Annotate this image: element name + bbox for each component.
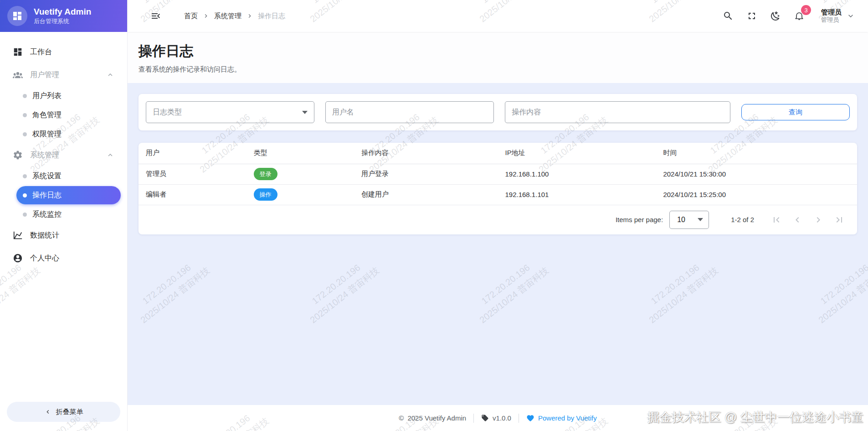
sidebar-item-system-monitor[interactable]: 系统监控: [16, 205, 121, 223]
fullscreen-button[interactable]: [742, 6, 762, 26]
sidebar-group-user-management[interactable]: 用户管理: [6, 64, 121, 86]
log-table: 用户 类型 操作内容 IP地址 时间 管理员 登录 用户登录 192.168.1…: [139, 143, 857, 205]
sidebar-item-label: 系统设置: [32, 171, 62, 181]
sidebar-item-label: 操作日志: [32, 191, 62, 200]
filter-card: 日志类型 查询: [139, 94, 857, 130]
sidebar-item-user-list[interactable]: 用户列表: [16, 87, 121, 105]
fullscreen-icon: [746, 10, 757, 21]
table-row[interactable]: 编辑者 操作 创建用户 192.168.1.101 2024/10/21 15:…: [139, 184, 857, 205]
page-footer: © 2025 Vuetify Admin v1.0.0 Powered by V…: [128, 405, 868, 431]
first-page-button[interactable]: [766, 209, 787, 230]
query-button[interactable]: 查询: [741, 104, 850, 120]
chevron-right-icon: [246, 12, 253, 20]
tag-icon: [481, 414, 489, 422]
bullet-icon: [23, 132, 27, 136]
page-first-icon: [771, 214, 782, 225]
breadcrumb-operation-logs: 操作日志: [256, 12, 287, 21]
sidebar-item-permission-management[interactable]: 权限管理: [16, 125, 121, 143]
table-pagination: Items per page: 10 1-2 of 2: [139, 205, 857, 234]
items-per-page-value: 10: [677, 216, 685, 224]
col-header-ip: IP地址: [498, 143, 656, 164]
footer-divider: [519, 414, 519, 423]
col-header-time: 时间: [656, 143, 857, 164]
moon-night-icon: [770, 10, 781, 21]
log-type-placeholder: 日志类型: [153, 108, 182, 117]
items-per-page-select[interactable]: 10: [669, 211, 709, 229]
app-logo: [7, 6, 27, 26]
bullet-icon: [23, 113, 27, 117]
col-header-content: 操作内容: [354, 143, 498, 164]
dropdown-caret-icon: [302, 111, 308, 114]
cell-user: 管理员: [139, 164, 247, 184]
notifications-button[interactable]: 3: [789, 6, 809, 26]
collapse-menu-button[interactable]: 折叠菜单: [7, 402, 120, 422]
previous-page-button[interactable]: [787, 209, 808, 230]
app-title: Vuetify Admin: [34, 6, 91, 17]
copyright-text: 2025 Vuetify Admin: [407, 414, 466, 422]
sidebar-item-operation-logs[interactable]: 操作日志: [16, 186, 121, 204]
log-type-select[interactable]: 日志类型: [146, 101, 314, 123]
search-icon: [723, 10, 734, 21]
app-bar: 首页 系统管理 操作日志: [128, 0, 868, 32]
sidebar-item-label: 数据统计: [30, 231, 59, 240]
account-circle-icon: [13, 253, 23, 263]
account-group-icon: [13, 70, 23, 80]
table-row[interactable]: 管理员 登录 用户登录 192.168.1.100 2024/10/21 15:…: [139, 164, 857, 184]
bullet-icon: [23, 94, 27, 98]
sidebar-item-label: 工作台: [30, 47, 52, 57]
last-page-button[interactable]: [829, 209, 850, 230]
sidebar-group-label: 系统管理: [30, 151, 59, 160]
sidebar-item-label: 权限管理: [32, 130, 62, 139]
items-per-page-label: Items per page:: [616, 216, 663, 223]
next-page-button[interactable]: [808, 209, 829, 230]
page-content: 操作日志 查看系统的操作记录和访问日志。 日志类型 查询: [128, 32, 868, 405]
breadcrumb-home[interactable]: 首页: [182, 12, 200, 21]
sidebar-item-profile-center[interactable]: 个人中心: [6, 247, 121, 269]
sidebar-item-system-settings[interactable]: 系统设置: [16, 167, 121, 185]
copyright: © 2025 Vuetify Admin: [399, 414, 466, 422]
chevron-left-icon: [792, 214, 803, 225]
breadcrumb-system-management[interactable]: 系统管理: [212, 12, 243, 21]
sidebar-header: Vuetify Admin 后台管理系统: [0, 0, 127, 32]
content-field-wrap: [505, 101, 730, 123]
powered-by-link[interactable]: Powered by Vuetify: [526, 414, 597, 422]
menu-open-icon: [150, 10, 161, 21]
col-header-type: 类型: [247, 143, 354, 164]
cell-time: 2024/10/21 15:25:00: [656, 184, 857, 205]
page-last-icon: [834, 214, 845, 225]
sidebar-item-workbench[interactable]: 工作台: [6, 41, 121, 63]
cell-ip: 192.168.1.100: [498, 164, 656, 184]
type-chip-login: 登录: [254, 168, 277, 180]
sidebar-item-label: 用户列表: [32, 91, 62, 101]
table-header-row: 用户 类型 操作内容 IP地址 时间: [139, 143, 857, 164]
chevron-right-icon: [813, 214, 824, 225]
menu-toggle-button[interactable]: [146, 6, 166, 26]
bullet-icon: [23, 213, 27, 217]
dropdown-caret-icon: [698, 218, 703, 221]
sidebar-item-label: 系统监控: [32, 210, 62, 219]
chevron-left-icon: [44, 408, 51, 415]
collapse-menu-label: 折叠菜单: [56, 408, 83, 416]
chevron-up-icon: [106, 71, 114, 79]
log-table-card: 用户 类型 操作内容 IP地址 时间 管理员 登录 用户登录 192.168.1…: [139, 143, 857, 234]
chevron-right-icon: [202, 12, 210, 20]
search-button[interactable]: [718, 6, 738, 26]
sidebar-item-role-management[interactable]: 角色管理: [16, 106, 121, 124]
dark-mode-button[interactable]: [765, 6, 786, 26]
version: v1.0.0: [481, 414, 511, 422]
sidebar-item-data-statistics[interactable]: 数据统计: [6, 224, 121, 246]
cell-time: 2024/10/21 15:30:00: [656, 164, 857, 184]
footer-divider: [473, 414, 474, 423]
user-menu[interactable]: 管理员 管理员: [821, 8, 855, 24]
cell-user: 编辑者: [139, 184, 247, 205]
username-input[interactable]: [332, 108, 488, 116]
cell-content: 用户登录: [354, 164, 498, 184]
user-role: 管理员: [821, 16, 842, 24]
sidebar-group-system-management[interactable]: 系统管理: [6, 144, 121, 166]
type-chip-action: 操作: [254, 188, 277, 201]
version-text: v1.0.0: [493, 414, 511, 422]
bullet-icon: [23, 174, 27, 178]
view-dashboard-icon: [13, 47, 23, 57]
username-field-wrap: [325, 101, 494, 123]
operation-content-input[interactable]: [512, 108, 724, 116]
